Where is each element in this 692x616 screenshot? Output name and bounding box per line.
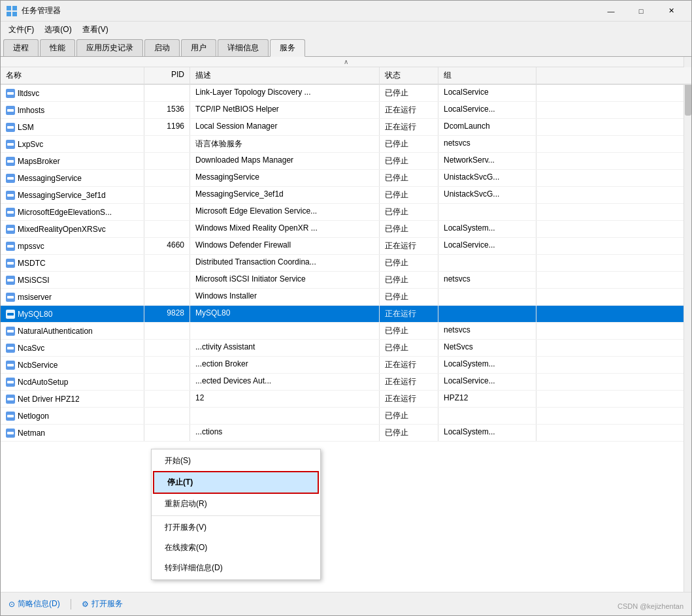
cell-status: 已停止 — [380, 340, 438, 356]
open-service-button[interactable]: ⚙ 打开服务 — [82, 598, 123, 609]
table-row[interactable]: MicrosoftEdgeElevationS... Microsoft Edg… — [1, 204, 691, 221]
service-row-icon — [6, 344, 15, 353]
table-row[interactable]: Net Driver HPZ12 12 正在运行 HPZ12 — [1, 391, 691, 408]
table-row[interactable]: LxpSvc 语言体验服务 已停止 netsvcs — [1, 136, 691, 153]
cell-pid — [144, 221, 190, 237]
svg-rect-31 — [7, 313, 14, 316]
table-row[interactable]: Netlogon 已停止 — [1, 408, 691, 425]
sort-indicator: ∧ — [1, 57, 691, 67]
cell-status: 已停止 — [380, 85, 438, 101]
tabs-bar: 进程 性能 应用历史记录 启动 用户 详细信息 服务 — [1, 37, 691, 57]
cell-desc: Distributed Transaction Coordina... — [190, 255, 380, 271]
cell-pid — [144, 272, 190, 288]
cell-desc: ...ected Devices Aut... — [190, 374, 380, 390]
service-row-icon — [6, 89, 15, 98]
cell-pid: 1536 — [144, 102, 190, 118]
context-menu-item-1[interactable]: 停止(T) — [153, 471, 319, 494]
context-menu-item-0[interactable]: 开始(S) — [152, 451, 320, 471]
cell-pid — [144, 187, 190, 203]
table-row[interactable]: mpssvc 4660 Windows Defender Firewall 正在… — [1, 238, 691, 255]
menu-file[interactable]: 文件(F) — [3, 23, 39, 37]
tab-processes[interactable]: 进程 — [3, 39, 39, 56]
cell-pid: 4660 — [144, 238, 190, 254]
table-row[interactable]: NaturalAuthentication 已停止 netsvcs — [1, 323, 691, 340]
cell-desc: Link-Layer Topology Discovery ... — [190, 85, 380, 101]
svg-rect-39 — [7, 381, 14, 383]
window-title: 任务管理器 — [22, 5, 596, 16]
scrollbar-vertical[interactable] — [684, 57, 691, 592]
table-row[interactable]: MSiSCSI Microsoft iSCSI Initiator Servic… — [1, 272, 691, 289]
tab-services[interactable]: 服务 — [270, 39, 305, 57]
tab-users[interactable]: 用户 — [181, 39, 216, 56]
tab-app-history[interactable]: 应用历史记录 — [76, 39, 143, 56]
menu-view[interactable]: 查看(V) — [77, 23, 114, 37]
table-row[interactable]: MSDTC Distributed Transaction Coordina..… — [1, 255, 691, 272]
cell-pid: 1196 — [144, 119, 190, 135]
cell-name: Net Driver HPZ12 — [1, 391, 144, 407]
table-row[interactable]: NcbService ...ection Broker 正在运行 LocalSy… — [1, 357, 691, 374]
table-row[interactable]: lmhosts 1536 TCP/IP NetBIOS Helper 正在运行 … — [1, 102, 691, 119]
table-row[interactable]: NcdAutoSetup ...ected Devices Aut... 正在运… — [1, 374, 691, 391]
table-row[interactable]: MySQL80 9828 MySQL80 正在运行 — [1, 306, 691, 323]
cell-name: MicrosoftEdgeElevationS... — [1, 204, 144, 220]
cell-status: 正在运行 — [380, 238, 438, 254]
cell-pid — [144, 153, 190, 169]
summary-label[interactable]: 简略信息(D) — [18, 598, 60, 609]
cell-status: 已停止 — [380, 255, 438, 271]
svg-rect-37 — [7, 364, 14, 366]
tab-details[interactable]: 详细信息 — [218, 39, 269, 56]
col-header-group[interactable]: 组 — [438, 67, 536, 84]
context-menu-item-3[interactable]: 打开服务(V) — [152, 517, 320, 538]
cell-name: lltdsvc — [1, 85, 144, 101]
service-row-icon — [6, 174, 15, 183]
context-menu-item-2[interactable]: 重新启动(R) — [152, 494, 320, 514]
summary-button[interactable]: ⊙ 简略信息(D) — [8, 598, 60, 609]
table-row[interactable]: MixedRealityOpenXRSvc Windows Mixed Real… — [1, 221, 691, 238]
svg-rect-2 — [7, 12, 11, 16]
table-row[interactable]: MessagingService_3ef1d MessagingService_… — [1, 187, 691, 204]
table-row[interactable]: MessagingService MessagingService 已停止 Un… — [1, 170, 691, 187]
col-header-desc[interactable]: 描述 — [190, 67, 380, 84]
cell-name: MessagingService_3ef1d — [1, 187, 144, 203]
table-row[interactable]: lltdsvc Link-Layer Topology Discovery ..… — [1, 85, 691, 102]
cell-name: msiserver — [1, 289, 144, 305]
close-button[interactable]: ✕ — [656, 1, 686, 22]
table-row[interactable]: MapsBroker Downloaded Maps Manager 已停止 N… — [1, 153, 691, 170]
table-row[interactable]: msiserver Windows Installer 已停止 — [1, 289, 691, 306]
open-service-label[interactable]: 打开服务 — [91, 598, 123, 609]
service-row-icon — [6, 276, 15, 285]
table-row[interactable]: NcaSvc ...ctivity Assistant 已停止 NetSvcs — [1, 340, 691, 357]
cell-name: Netlogon — [1, 408, 144, 424]
table-row[interactable]: Netman ...ctions 已停止 LocalSystem... — [1, 425, 691, 442]
minimize-button[interactable]: — — [596, 1, 626, 22]
service-row-icon — [6, 378, 15, 387]
cell-pid — [144, 204, 190, 220]
cell-status: 已停止 — [380, 425, 438, 441]
col-header-status[interactable]: 状态 — [380, 67, 438, 84]
cell-group: DcomLaunch — [438, 119, 536, 135]
service-row-icon — [6, 259, 15, 268]
cell-name: MapsBroker — [1, 153, 144, 169]
context-menu-item-5[interactable]: 转到详细信息(D) — [152, 558, 320, 578]
menu-options[interactable]: 选项(O) — [39, 23, 76, 37]
svg-rect-11 — [7, 143, 14, 146]
svg-rect-25 — [7, 262, 14, 265]
tab-performance[interactable]: 性能 — [40, 39, 75, 56]
cell-group: LocalService... — [438, 238, 536, 254]
cell-name: MSDTC — [1, 255, 144, 271]
table-row[interactable]: LSM 1196 Local Session Manager 正在运行 Dcom… — [1, 119, 691, 136]
tab-startup[interactable]: 启动 — [144, 39, 180, 56]
context-menu: 开始(S)停止(T)重新启动(R)打开服务(V)在线搜索(O)转到详细信息(D) — [151, 449, 321, 580]
window-controls: — □ ✕ — [596, 1, 686, 22]
col-header-name[interactable]: 名称 — [1, 67, 144, 84]
cell-group: LocalSystem... — [438, 425, 536, 441]
cell-group — [438, 204, 536, 220]
cell-name: NcaSvc — [1, 340, 144, 356]
cell-group — [438, 306, 536, 322]
cell-group: HPZ12 — [438, 391, 536, 407]
col-header-pid[interactable]: PID — [144, 67, 190, 84]
context-menu-item-4[interactable]: 在线搜索(O) — [152, 538, 320, 558]
cell-pid — [144, 85, 190, 101]
maximize-button[interactable]: □ — [626, 1, 656, 22]
svg-rect-3 — [12, 12, 17, 16]
